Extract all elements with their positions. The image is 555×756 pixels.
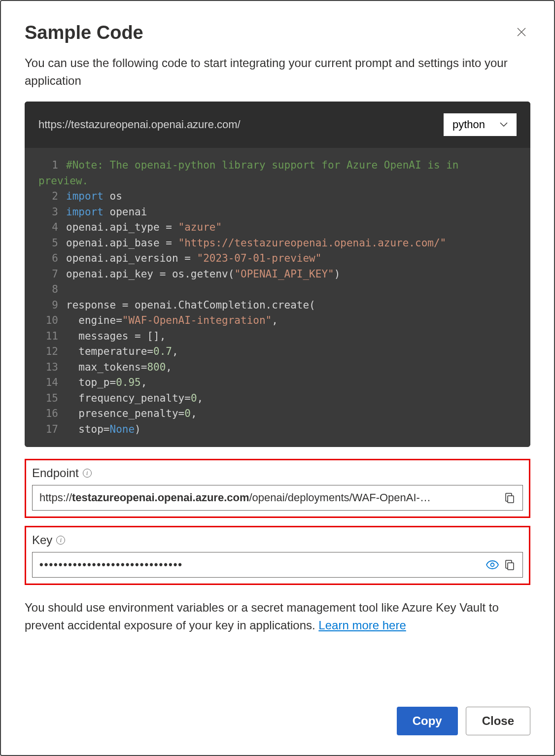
copy-icon[interactable]: [504, 492, 516, 504]
key-input[interactable]: ••••••••••••••••••••••••••••••: [32, 552, 523, 578]
dialog-header: Sample Code: [1, 1, 554, 54]
key-label: Key i: [32, 533, 523, 547]
code-line: 5openai.api_base = "https://testazureope…: [38, 236, 517, 251]
disclaimer-text: You should use environment variables or …: [25, 601, 499, 632]
key-field-group: Key i ••••••••••••••••••••••••••••••: [25, 526, 530, 585]
code-line: 12 temperature=0.7,: [38, 344, 517, 360]
code-line: 3import openai: [38, 205, 517, 220]
close-button[interactable]: Close: [466, 707, 530, 735]
info-icon[interactable]: i: [56, 536, 65, 545]
endpoint-value: https://testazureopenai.openai.azure.com…: [39, 491, 499, 504]
language-select[interactable]: python: [444, 113, 517, 136]
code-line: 13 max_tokens=800,: [38, 360, 517, 376]
endpoint-label-text: Endpoint: [32, 466, 79, 480]
code-line: 11 messages = [],: [38, 329, 517, 344]
dialog-footer: Copy Close: [1, 701, 554, 755]
code-line: 14 top_p=0.95,: [38, 375, 517, 391]
code-line: preview.: [38, 173, 517, 189]
endpoint-input[interactable]: https://testazureopenai.openai.azure.com…: [32, 485, 523, 511]
copy-button[interactable]: Copy: [397, 707, 458, 735]
chevron-down-icon: [500, 121, 508, 129]
code-endpoint-url: https://testazureopenai.openai.azure.com…: [38, 118, 241, 131]
endpoint-label: Endpoint i: [32, 466, 523, 480]
svg-rect-0: [508, 496, 514, 503]
disclaimer: You should use environment variables or …: [1, 593, 554, 646]
code-line: 7openai.api_key = os.getenv("OPENAI_API_…: [38, 267, 517, 282]
eye-icon[interactable]: [486, 560, 499, 569]
copy-icon[interactable]: [504, 559, 516, 571]
code-header: https://testazureopenai.openai.azure.com…: [25, 102, 530, 148]
close-icon[interactable]: [513, 21, 530, 44]
dialog-title: Sample Code: [25, 22, 143, 43]
language-select-value: python: [452, 118, 485, 131]
code-container: https://testazureopenai.openai.azure.com…: [25, 102, 530, 447]
code-line: 15 frequency_penalty=0,: [38, 391, 517, 407]
code-block[interactable]: 1#Note: The openai-python library suppor…: [25, 148, 530, 447]
sample-code-dialog: Sample Code You can use the following co…: [0, 0, 555, 756]
code-line: 17 stop=None): [38, 422, 517, 438]
code-line: 16 presence_penalty=0,: [38, 406, 517, 422]
svg-point-1: [491, 563, 494, 567]
code-line: 9response = openai.ChatCompletion.create…: [38, 298, 517, 313]
svg-rect-2: [508, 563, 514, 570]
key-value: ••••••••••••••••••••••••••••••: [39, 558, 481, 571]
endpoint-field-group: Endpoint i https://testazureopenai.opena…: [25, 459, 530, 518]
code-line: 10 engine="WAF-OpenAI-integration",: [38, 313, 517, 329]
learn-more-link[interactable]: Learn more here: [318, 619, 406, 632]
dialog-description: You can use the following code to start …: [1, 54, 554, 102]
key-label-text: Key: [32, 533, 52, 547]
code-line: 1#Note: The openai-python library suppor…: [38, 158, 517, 173]
code-line: 4openai.api_type = "azure": [38, 220, 517, 236]
code-line: 8: [38, 282, 517, 298]
code-line: 2import os: [38, 189, 517, 205]
info-icon[interactable]: i: [83, 469, 92, 478]
code-line: 6openai.api_version = "2023-07-01-previe…: [38, 251, 517, 267]
